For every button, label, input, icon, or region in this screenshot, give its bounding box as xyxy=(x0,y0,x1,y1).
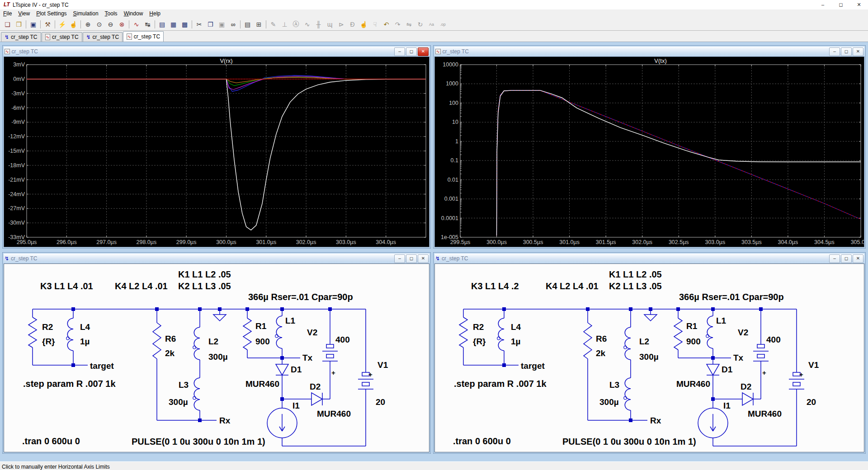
move-button[interactable]: ☝ xyxy=(358,19,369,30)
window-plot-tx: ∿ cr_step TC – ◻ ✕ 299.5µs300.0µs300.5µs… xyxy=(433,45,866,249)
label-v1_value: 20 xyxy=(807,397,816,407)
control-panel-button[interactable]: ⚒ xyxy=(42,19,53,30)
plot-tx-canvas[interactable]: 299.5µs300.0µs300.5µs301.0µs301.5µs302.0… xyxy=(435,57,864,247)
print-button[interactable]: ▤ xyxy=(242,19,253,30)
child-restore-button[interactable]: ◻ xyxy=(406,254,417,263)
undo-button[interactable]: ↶ xyxy=(381,19,392,30)
tab-label: cr_step TC xyxy=(134,33,160,40)
battery-plate xyxy=(326,344,334,348)
net-label-button[interactable]: Ⓐ xyxy=(290,19,302,30)
zoom-full-extents-button[interactable]: ⊗ xyxy=(116,19,127,30)
toolbar-separator xyxy=(129,20,129,28)
label-r2_name: R2 xyxy=(473,322,484,332)
autorange-y-axis-button[interactable]: ∿ xyxy=(131,19,142,30)
save-button[interactable]: ▣ xyxy=(28,19,39,30)
tabbar: ↯cr_step TC∿cr_step TC↯cr_step TC∿cr_ste… xyxy=(0,31,868,42)
cut-button[interactable]: ✂ xyxy=(193,19,205,30)
print-preview-button[interactable]: ⊞ xyxy=(253,19,264,30)
maximize-button[interactable]: ◻ xyxy=(832,0,850,9)
child-minimize-button[interactable]: – xyxy=(394,254,405,263)
text-button[interactable]: Aa xyxy=(426,19,437,30)
x-tick-label: 296.0µs xyxy=(57,239,77,245)
y-tick-label: 0.0001 xyxy=(441,215,458,221)
component-button[interactable]: Ð xyxy=(347,19,358,30)
child-minimize-button[interactable]: – xyxy=(394,47,405,56)
label-r1_value: 900 xyxy=(686,337,701,346)
zoom-back-button[interactable]: ⊙ xyxy=(94,19,105,30)
inductor-button[interactable]: ɰ xyxy=(324,19,335,30)
label-r1_name: R1 xyxy=(255,321,267,331)
cascade-windows-button[interactable]: ▩ xyxy=(179,19,190,30)
resistor-button[interactable]: ∿ xyxy=(302,19,313,30)
mirror-button[interactable]: ⇋ xyxy=(403,19,415,30)
toolbar: ❏❒▣⚒⚡☝⊕⊙⊖⊗∿↹▤▦▩✂❐▣∞▤⊞✎⊥Ⓐ∿╫ɰ⊳Ð☝☟↶↷⇋↻Aa.op xyxy=(0,18,868,31)
menu-item-view[interactable]: View xyxy=(15,10,33,17)
statusbar: Click to manually enter Horizontal Axis … xyxy=(0,461,868,470)
x-tick-label: 304.0µs xyxy=(778,239,798,245)
open-button[interactable]: ❒ xyxy=(13,19,24,30)
new-schematic-button[interactable]: ❏ xyxy=(2,19,13,30)
wire-button[interactable]: ✎ xyxy=(268,19,279,30)
menu-item-simulation[interactable]: Simulation xyxy=(70,10,102,17)
junction-dot xyxy=(155,307,159,311)
close-button[interactable]: ✕ xyxy=(850,0,868,9)
label-l2_value: 300µ xyxy=(208,352,228,362)
menu-item-window[interactable]: Window xyxy=(121,10,146,17)
tile-horizontal-button[interactable]: ▦ xyxy=(168,19,179,30)
menu-item-file[interactable]: File xyxy=(0,10,15,17)
find-button[interactable]: ∞ xyxy=(227,19,239,30)
minimize-button[interactable]: – xyxy=(814,0,832,9)
window-schematic-left-titlebar[interactable]: ↯ cr_step TC – ◻ ✕ xyxy=(4,254,429,263)
child-close-button[interactable]: ✕ xyxy=(418,254,429,263)
diode-button[interactable]: ⊳ xyxy=(335,19,347,30)
zoom-in-button[interactable]: ⊕ xyxy=(82,19,94,30)
ground-button[interactable]: ⊥ xyxy=(279,19,290,30)
child-close-button[interactable]: ✕ xyxy=(418,47,429,56)
child-close-button[interactable]: ✕ xyxy=(853,47,863,56)
schematic-left-canvas[interactable]: K1 L1 L2 .05K3 L1 L4 .01K4 L2 L4 .01K2 L… xyxy=(4,264,429,452)
tile-vertical-button[interactable]: ▤ xyxy=(156,19,168,30)
x-tick-label: 301.0µs xyxy=(256,239,276,245)
tab-4-waveform[interactable]: ∿cr_step TC xyxy=(123,31,164,42)
battery-plate xyxy=(757,354,764,358)
zoom-out-button[interactable]: ⊖ xyxy=(105,19,116,30)
junction-dot xyxy=(586,307,590,311)
child-minimize-button[interactable]: – xyxy=(829,254,840,263)
halt-button[interactable]: ☝ xyxy=(68,19,79,30)
label-tran_directive: .tran 0 600u 0 xyxy=(22,436,80,446)
menu-item-help[interactable]: Help xyxy=(146,10,164,17)
spice-directive-button[interactable]: .op xyxy=(437,19,448,30)
label-l2_name: L2 xyxy=(639,337,649,346)
tab-3-schematic[interactable]: ↯cr_step TC xyxy=(83,32,123,42)
window-schematic-right-titlebar[interactable]: ↯ cr_step TC – ◻ ✕ xyxy=(434,254,864,263)
menu-item-plot-settings[interactable]: Plot Settings xyxy=(33,10,70,17)
child-restore-button[interactable]: ◻ xyxy=(841,254,852,263)
menu-item-tools[interactable]: Tools xyxy=(102,10,121,17)
rotate-button[interactable]: ↻ xyxy=(415,19,426,30)
window-plot-rx-titlebar[interactable]: ∿ cr_step TC – ◻ ✕ xyxy=(4,47,429,56)
y-tick-label: -24mV xyxy=(8,191,25,197)
drag-button[interactable]: ☟ xyxy=(369,19,381,30)
child-close-button[interactable]: ✕ xyxy=(853,254,863,263)
label-d2_name: D2 xyxy=(741,382,751,391)
inductor-dot xyxy=(193,346,196,348)
x-tick-label: 297.0µs xyxy=(96,239,117,245)
axis-limits-button[interactable]: ↹ xyxy=(142,19,153,30)
capacitor-button[interactable]: ╫ xyxy=(313,19,324,30)
run-button[interactable]: ⚡ xyxy=(57,19,68,30)
schematic-right-canvas[interactable]: K1 L1 L2 .05K3 L1 L4 .2K4 L2 L4 .01K2 L1… xyxy=(435,264,864,452)
child-restore-button[interactable]: ◻ xyxy=(406,47,417,56)
plot-rx-canvas[interactable]: 295.0µs296.0µs297.0µs298.0µs299.0µs300.0… xyxy=(4,57,429,247)
child-restore-button[interactable]: ◻ xyxy=(841,47,852,56)
copy-button[interactable]: ❐ xyxy=(205,19,216,30)
y-tick-label: -6mV xyxy=(11,105,25,111)
paste-button[interactable]: ▣ xyxy=(216,19,227,30)
window-plot-tx-titlebar[interactable]: ∿ cr_step TC – ◻ ✕ xyxy=(434,47,864,56)
tab-1-schematic[interactable]: ↯cr_step TC xyxy=(1,32,41,42)
tab-label: cr_step TC xyxy=(93,34,119,40)
child-minimize-button[interactable]: – xyxy=(829,47,840,56)
redo-button[interactable]: ↷ xyxy=(392,19,403,30)
label-r6_value: 2k xyxy=(596,348,606,358)
tab-2-waveform[interactable]: ∿cr_step TC xyxy=(42,32,82,42)
x-tick-label: 304.0µs xyxy=(376,239,396,245)
